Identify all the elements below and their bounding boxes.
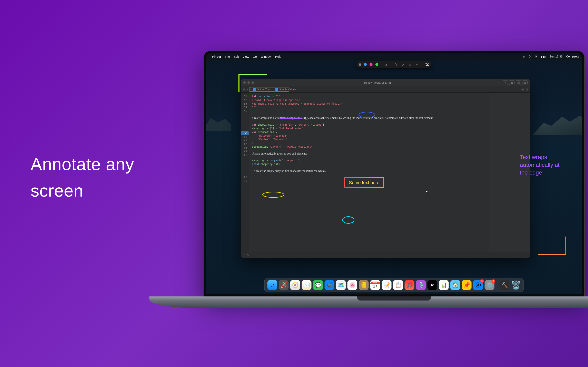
- dock-app-xcode[interactable]: 🔨: [500, 280, 509, 290]
- nav-back-icon[interactable]: ‹: [247, 88, 248, 91]
- panel-right-icon[interactable]: ▥: [522, 80, 527, 85]
- dock-app-appstore[interactable]: Ⓐ: [473, 280, 483, 290]
- doc-prose: To create an empty array or dictionary, …: [252, 166, 486, 176]
- panel-bottom-icon[interactable]: ▤: [516, 80, 521, 85]
- dock-app-launchpad[interactable]: 🚀: [279, 280, 289, 290]
- dock-app-safari[interactable]: 🧭: [290, 280, 300, 290]
- swift-file-icon: [276, 88, 278, 91]
- window-title: Ready | Today at 13:36: [254, 81, 502, 84]
- doc-prose: Create arrays and dictionaries using bra…: [252, 113, 486, 123]
- breadcrumb-item[interactable]: GuidedTour: [253, 88, 270, 91]
- editor-body: 5152535455 59606162636465 6970 let quota…: [241, 92, 530, 252]
- drag-handle-icon[interactable]: [359, 63, 361, 66]
- airplay-icon[interactable]: ⎚: [523, 55, 525, 58]
- line-tool-icon[interactable]: ╲: [394, 62, 398, 67]
- dock-app-notes[interactable]: 📝: [382, 280, 392, 290]
- minimap-panel[interactable]: [489, 92, 530, 252]
- app-name[interactable]: Finder: [212, 55, 221, 58]
- debug-footer: ⌂ ▷: [241, 252, 530, 258]
- close-icon[interactable]: [243, 81, 246, 84]
- menu-bar: Finder File Edit View Go Window Help ⎚ ☽…: [206, 53, 582, 59]
- window-titlebar[interactable]: Ready | Today at 13:36 ＋ ▥ ▤ ▥: [241, 79, 530, 86]
- dock-app-facetime[interactable]: 📹: [325, 280, 334, 290]
- console-toggle-icon[interactable]: ⌂: [243, 253, 245, 257]
- dock-trash-icon[interactable]: 🗑️: [511, 280, 521, 290]
- dock-app-messages[interactable]: 💬: [313, 280, 323, 290]
- color-green[interactable]: [375, 63, 378, 66]
- macos-desktop: Finder File Edit View Go Window Help ⎚ ☽…: [206, 53, 582, 294]
- nav-forward-icon[interactable]: ›: [250, 88, 251, 91]
- clock[interactable]: Sun 13:36: [549, 55, 562, 58]
- code-editor[interactable]: let quotation = """ I said "I have \(app…: [249, 92, 489, 252]
- minimize-icon[interactable]: [247, 81, 250, 84]
- headline-line-1: Annotate any: [31, 151, 134, 177]
- eraser-tool-icon[interactable]: ⌫: [425, 62, 429, 67]
- laptop-frame: Finder File Edit View Go Window Help ⎚ ☽…: [196, 50, 588, 308]
- swift-file-icon: [253, 88, 256, 91]
- related-items-icon[interactable]: ⊞: [243, 88, 245, 91]
- user-name[interactable]: Compzets: [566, 55, 579, 58]
- dock-separator: [497, 280, 497, 290]
- doc-prose: Arrays automatically grow as you add ele…: [252, 149, 486, 159]
- dnd-icon[interactable]: ☽: [528, 55, 531, 58]
- color-blue[interactable]: [364, 63, 367, 66]
- editor-mode-icon[interactable]: ≡|: [521, 88, 524, 91]
- laptop-base: [149, 296, 588, 308]
- menu-edit[interactable]: Edit: [233, 55, 239, 58]
- annotation-toolbar[interactable]: ⤨ ╲ ↗ ▭ ○ ⌫: [357, 61, 432, 68]
- dock-app-finder[interactable]: ☺: [268, 280, 277, 290]
- dock-app-photos[interactable]: 🌸: [347, 280, 357, 290]
- step-icon[interactable]: ▷: [247, 253, 249, 257]
- dock-app-calendar[interactable]: MAY 17: [370, 280, 380, 290]
- arrow-tool-icon[interactable]: ↗: [401, 62, 405, 67]
- menu-file[interactable]: File: [225, 55, 230, 58]
- menu-view[interactable]: View: [242, 55, 249, 58]
- dock-app-music[interactable]: 🎵: [405, 280, 415, 290]
- add-tab-button[interactable]: ＋: [503, 80, 508, 85]
- menu-go[interactable]: Go: [253, 55, 257, 58]
- headline-line-2: screen: [31, 177, 134, 204]
- shuffle-tool-icon[interactable]: ⤨: [384, 62, 388, 67]
- zoom-icon[interactable]: [251, 81, 254, 84]
- line-gutter: 5152535455 59606162636465 6970: [241, 92, 249, 252]
- breadcrumb-bar: ⊞ ‹ › GuidedTour › Simple Values ≡| ⊡: [241, 86, 530, 92]
- editor-opts-icon[interactable]: ⊡: [526, 88, 528, 91]
- laptop-screen: Finder File Edit View Go Window Help ⎚ ☽…: [203, 50, 585, 297]
- menu-window[interactable]: Window: [260, 55, 271, 58]
- dock-app-home[interactable]: 🏠: [450, 280, 460, 290]
- dock-app-news[interactable]: 📌: [462, 280, 472, 290]
- wifi-icon[interactable]: ⚙: [535, 55, 537, 58]
- xcode-window: Ready | Today at 13:36 ＋ ▥ ▤ ▥ ⊞ ‹ › Gui…: [241, 79, 530, 258]
- dock-app-stocks[interactable]: 📊: [439, 280, 449, 290]
- dock-app-reminders[interactable]: 📋: [393, 280, 403, 290]
- dock: ☺ 🚀 🧭 ✉️ 💬 📹 🗺️ 🌸 📒 MAY 17 📝 📋 🎵 🎙️ tv: [264, 278, 524, 292]
- window-traffic-lights[interactable]: [243, 81, 254, 84]
- dock-app-podcasts[interactable]: 🎙️: [416, 280, 426, 290]
- battery-icon[interactable]: ▮▮▯: [541, 55, 546, 58]
- dock-app-tv[interactable]: tv: [428, 280, 437, 290]
- color-pink[interactable]: [370, 63, 373, 66]
- panel-left-icon[interactable]: ▥: [509, 80, 515, 85]
- circle-tool-icon[interactable]: ○: [415, 62, 419, 67]
- marketing-headline: Annotate any screen: [31, 151, 134, 204]
- breadcrumb-item[interactable]: Simple Values: [276, 88, 296, 91]
- dock-app-mail[interactable]: ✉️: [302, 280, 311, 290]
- menu-help[interactable]: Help: [275, 55, 282, 58]
- dock-app-contacts[interactable]: 📒: [359, 280, 369, 290]
- laptop-notch: [357, 296, 431, 300]
- rect-tool-icon[interactable]: ▭: [408, 62, 412, 67]
- dock-app-settings[interactable]: ⚙️: [485, 280, 494, 290]
- dock-app-maps[interactable]: 🗺️: [336, 280, 346, 290]
